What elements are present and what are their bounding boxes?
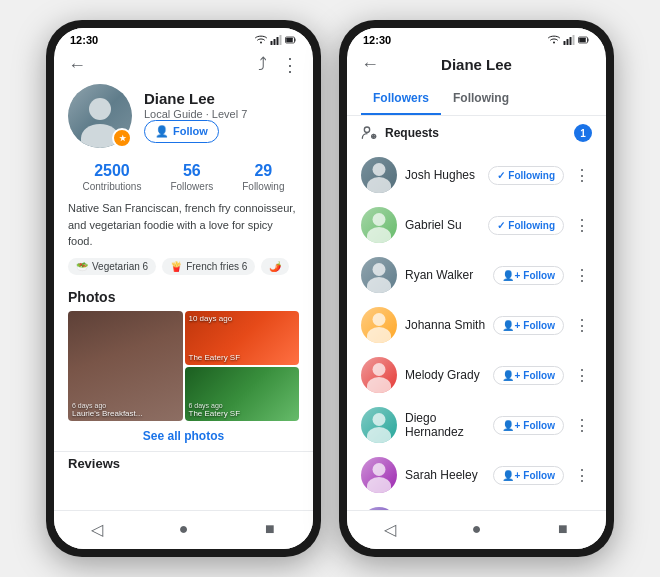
nav-back-2[interactable]: ◁ <box>380 519 400 539</box>
nav-recent-2[interactable]: ■ <box>553 519 573 539</box>
more-options[interactable]: ⋮ <box>572 366 592 385</box>
phone1: 12:30 ← ⤴ ⋮ <box>46 20 321 557</box>
follower-name: Melody Grady <box>405 368 485 382</box>
avatar-ryan <box>361 257 397 293</box>
status-icons-2 <box>548 34 590 46</box>
topbar-2: ← Diane Lee <box>347 48 606 79</box>
tab-followers[interactable]: Followers <box>361 83 441 115</box>
profile-info: Diane Lee Local Guide · Level 7 👤 Follow <box>144 90 299 143</box>
reviews-label: Reviews <box>54 451 313 473</box>
more-button-1[interactable]: ⋮ <box>281 54 299 76</box>
svg-rect-3 <box>277 37 279 45</box>
nav-recent-1[interactable]: ■ <box>260 519 280 539</box>
battery-icon <box>285 34 297 46</box>
stat-followers: 56 Followers <box>170 162 213 192</box>
check-icon: ✓ <box>497 220 505 231</box>
svg-point-14 <box>364 127 369 132</box>
follower-name: Johanna Smith <box>405 318 485 332</box>
svg-rect-4 <box>280 35 282 45</box>
add-person-icon: 👤+ <box>502 270 520 281</box>
avatar-diego <box>361 407 397 443</box>
more-options[interactable]: ⋮ <box>572 166 592 185</box>
list-item: Gabriel Su ✓ Following ⋮ <box>347 200 606 250</box>
vegetarian-icon: 🥗 <box>76 261 88 272</box>
requests-section: Requests 1 <box>347 116 606 150</box>
list-item: Jordon Rogers 👤+ Follow ⋮ <box>347 500 606 510</box>
follow-button[interactable]: 👤+ Follow <box>493 466 564 485</box>
svg-rect-9 <box>567 39 569 45</box>
follow-button[interactable]: 👤+ Follow <box>493 266 564 285</box>
photo1-label: 6 days ago Laurie's Breakfast... <box>72 402 142 418</box>
tag-vegetarian[interactable]: 🥗 Vegetarian 6 <box>68 258 156 275</box>
svg-rect-13 <box>579 38 586 43</box>
follow-button[interactable]: 👤+ Follow <box>493 366 564 385</box>
back-button-1[interactable]: ← <box>68 55 86 76</box>
wifi-icon <box>255 34 267 46</box>
tags-row: 🥗 Vegetarian 6 🍟 French fries 6 🌶️ <box>54 258 313 285</box>
avatar-sarah <box>361 457 397 493</box>
list-item: Johanna Smith 👤+ Follow ⋮ <box>347 300 606 350</box>
follower-name: Ryan Walker <box>405 268 485 282</box>
following-button[interactable]: ✓ Following <box>488 216 564 235</box>
see-all-photos[interactable]: See all photos <box>54 421 313 451</box>
list-item: Sarah Heeley 👤+ Follow ⋮ <box>347 450 606 500</box>
svg-rect-2 <box>274 39 276 45</box>
follow-button[interactable]: 👤 Follow <box>144 120 219 143</box>
tag-frenchfries[interactable]: 🍟 French fries 6 <box>162 258 255 275</box>
status-bar-2: 12:30 <box>347 28 606 48</box>
tag-extra[interactable]: 🌶️ <box>261 258 289 275</box>
svg-rect-1 <box>271 41 273 45</box>
profile-subtitle: Local Guide · Level 7 <box>144 108 299 120</box>
add-person-icon: 👤+ <box>502 320 520 331</box>
svg-rect-8 <box>564 41 566 45</box>
avatar-jordon <box>361 507 397 510</box>
photo-bottom-right[interactable]: 6 days ago The Eatery SF <box>185 367 300 421</box>
tabs-row: Followers Following <box>347 83 606 116</box>
svg-rect-11 <box>573 35 575 45</box>
back-button-2[interactable]: ← <box>361 54 379 75</box>
signal-icon <box>270 34 282 46</box>
more-options[interactable]: ⋮ <box>572 416 592 435</box>
add-person-icon: 👤+ <box>502 370 520 381</box>
list-item: Ryan Walker 👤+ Follow ⋮ <box>347 250 606 300</box>
phone2: 12:30 ← Diane Lee Followers <box>339 20 614 557</box>
follow-icon: 👤 <box>155 125 169 138</box>
more-options[interactable]: ⋮ <box>572 316 592 335</box>
topbar-1: ← ⤴ ⋮ <box>54 48 313 80</box>
stat-contributions: 2500 Contributions <box>83 162 142 192</box>
tab-following[interactable]: Following <box>441 83 521 115</box>
photo-large[interactable]: 6 days ago Laurie's Breakfast... <box>68 311 183 421</box>
follow-button[interactable]: 👤+ Follow <box>493 416 564 435</box>
profile-section: ★ Diane Lee Local Guide · Level 7 👤 Foll… <box>54 80 313 156</box>
follow-button[interactable]: 👤+ Follow <box>493 316 564 335</box>
extra-icon: 🌶️ <box>269 261 281 272</box>
add-person-icon: 👤+ <box>502 470 520 481</box>
page-title: Diane Lee <box>441 56 512 73</box>
more-options[interactable]: ⋮ <box>572 466 592 485</box>
time-1: 12:30 <box>70 34 98 46</box>
avatar-johanna <box>361 307 397 343</box>
following-button[interactable]: ✓ Following <box>488 166 564 185</box>
stat-following: 29 Following <box>242 162 284 192</box>
level-badge: ★ <box>112 128 132 148</box>
profile-name: Diane Lee <box>144 90 299 107</box>
nav-back-1[interactable]: ◁ <box>87 519 107 539</box>
nav-home-1[interactable]: ● <box>173 519 193 539</box>
more-options[interactable]: ⋮ <box>572 266 592 285</box>
svg-point-0 <box>260 42 262 44</box>
photo2-label: The Eatery SF <box>189 353 241 362</box>
nav-home-2[interactable]: ● <box>466 519 486 539</box>
follower-name: Diego Hernandez <box>405 411 485 439</box>
photo-top-right[interactable]: 10 days ago The Eatery SF <box>185 311 300 365</box>
phone2-nav: ◁ ● ■ <box>347 510 606 549</box>
avatar-josh <box>361 157 397 193</box>
follower-list: Josh Hughes ✓ Following ⋮ Gabriel Su ✓ <box>347 150 606 510</box>
status-icons-1 <box>255 34 297 46</box>
svg-rect-6 <box>286 38 293 43</box>
share-button[interactable]: ⤴ <box>258 54 267 76</box>
requests-icon <box>361 125 377 141</box>
svg-rect-10 <box>570 37 572 45</box>
more-options[interactable]: ⋮ <box>572 216 592 235</box>
avatar-gabriel <box>361 207 397 243</box>
photos-grid: 6 days ago Laurie's Breakfast... 10 days… <box>54 311 313 421</box>
